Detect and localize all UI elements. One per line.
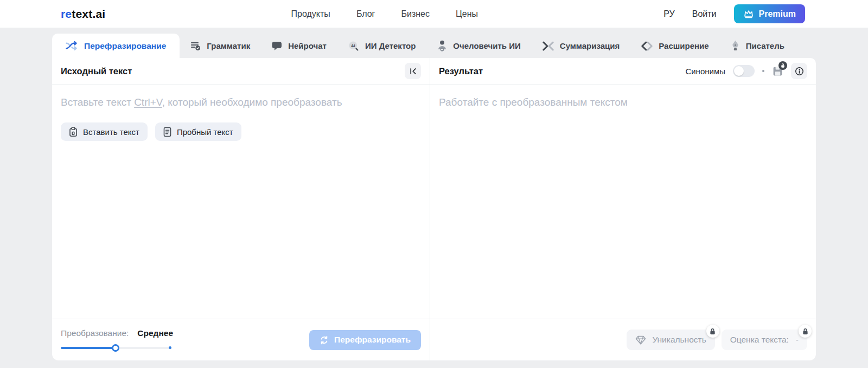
transform-value: Среднее	[137, 328, 173, 338]
score-label: Оценка текста:	[730, 335, 789, 345]
source-panel-footer: Преобразование: Среднее	[52, 319, 430, 360]
tab-label: Расширение	[659, 41, 709, 50]
result-placeholder: Работайте с преобразованным текстом	[439, 96, 807, 108]
summarize-arrows-icon	[542, 41, 554, 51]
text-score-chip[interactable]: Оценка текста: -	[722, 330, 807, 350]
tab-label: Очеловечить ИИ	[453, 41, 520, 50]
collapse-left-icon	[409, 67, 417, 75]
tool-tabs: Перефразирование Грамматик Нейрочат AI	[52, 34, 816, 58]
diamond-icon	[635, 335, 646, 345]
nav-links: Продукты Блог Бизнес Цены	[105, 9, 663, 19]
svg-text:AI: AI	[351, 43, 355, 48]
synonyms-toggle[interactable]	[733, 65, 755, 77]
result-text-area[interactable]: Работайте с преобразованным текстом	[430, 85, 816, 319]
humanize-person-icon	[437, 40, 447, 51]
tab-label: Нейрочат	[288, 41, 327, 50]
lock-badge-icon	[799, 325, 812, 338]
transform-label: Преобразование:	[61, 328, 129, 338]
nav-link-business[interactable]: Бизнес	[401, 9, 430, 19]
result-panel-header: Результат Синонимы	[430, 58, 816, 85]
source-placeholder: Вставьте текст Ctrl+V, который необходим…	[61, 96, 421, 108]
nav-link-pricing[interactable]: Цены	[456, 9, 478, 19]
paste-text-label: Вставить текст	[83, 127, 139, 137]
paraphrase-label: Перефразировать	[334, 335, 411, 345]
grammar-check-icon	[190, 41, 201, 51]
nav-link-products[interactable]: Продукты	[291, 9, 330, 19]
result-header-controls: Синонимы	[685, 63, 807, 79]
tab-summarize[interactable]: Суммаризация	[532, 34, 631, 58]
source-actions: Вставить текст Пробный текст	[61, 122, 421, 141]
tab-expand[interactable]: Расширение	[630, 34, 719, 58]
tab-neurochat[interactable]: Нейрочат	[261, 34, 337, 58]
source-panel: Исходный текст Вставьте текст Ctrl+V, ко…	[52, 58, 430, 360]
placeholder-text: Вставьте текст	[61, 96, 134, 108]
lock-badge-icon	[706, 325, 719, 338]
refresh-icon	[320, 335, 329, 345]
expand-arrows-icon	[641, 41, 653, 51]
premium-button[interactable]: Premium	[734, 4, 805, 23]
login-link[interactable]: Войти	[692, 9, 717, 19]
transform-slider[interactable]	[61, 344, 170, 352]
transform-control: Преобразование: Среднее	[61, 328, 173, 352]
info-icon	[795, 67, 804, 76]
transform-slider-fill	[61, 347, 116, 349]
premium-label: Premium	[759, 9, 796, 19]
sample-text-label: Пробный текст	[177, 127, 233, 137]
sample-text-button[interactable]: Пробный текст	[155, 122, 241, 141]
result-panel-footer: Уникальность Оценка текста: -	[430, 319, 816, 360]
synonyms-label: Синонимы	[685, 67, 725, 76]
paste-text-button[interactable]: Вставить текст	[61, 122, 148, 141]
collapse-panel-button[interactable]	[405, 63, 421, 79]
tab-label: Писатель	[746, 41, 784, 50]
nav-right: РУ Войти Premium	[663, 4, 805, 23]
separator-dot	[762, 70, 764, 72]
paraphrase-button[interactable]: Перефразировать	[309, 330, 421, 350]
logo-re: re	[61, 8, 72, 20]
source-panel-title: Исходный текст	[61, 66, 132, 76]
slider-end-dot	[169, 346, 171, 349]
ctrl-v-hint: Ctrl+V	[134, 96, 162, 108]
result-panel-title: Результат	[439, 66, 483, 76]
logo[interactable]: retext.ai	[61, 8, 105, 21]
tab-label: ИИ Детектор	[365, 41, 416, 50]
shuffle-icon	[66, 41, 78, 50]
transform-slider-knob[interactable]	[112, 344, 119, 352]
crown-icon	[743, 9, 754, 18]
chat-bubble-icon	[272, 41, 282, 51]
ai-detector-icon: AI	[348, 41, 359, 51]
language-selector[interactable]: РУ	[663, 9, 674, 19]
tab-humanize[interactable]: Очеловечить ИИ	[426, 34, 531, 58]
score-value: -	[796, 335, 799, 345]
clipboard-icon	[69, 127, 78, 137]
tab-grammar[interactable]: Грамматик	[180, 34, 261, 58]
pen-nib-icon	[731, 40, 740, 51]
nav-link-blog[interactable]: Блог	[356, 9, 375, 19]
workspace: Исходный текст Вставьте текст Ctrl+V, ко…	[52, 58, 816, 360]
document-icon	[163, 127, 171, 137]
info-button[interactable]	[791, 63, 807, 79]
result-panel: Результат Синонимы	[430, 58, 816, 360]
tab-label: Перефразирование	[84, 41, 166, 51]
tab-writer[interactable]: Писатель	[720, 34, 795, 58]
source-text-editor[interactable]: Вставьте текст Ctrl+V, который необходим…	[52, 85, 430, 319]
source-panel-header: Исходный текст	[52, 58, 430, 85]
tab-paraphrase[interactable]: Перефразирование	[52, 34, 180, 58]
toggle-knob	[734, 66, 744, 76]
tab-label: Суммаризация	[560, 41, 620, 50]
lock-badge-icon	[778, 61, 787, 70]
tab-label: Грамматик	[207, 41, 250, 50]
uniqueness-label: Уникальность	[652, 335, 706, 345]
save-result-button[interactable]	[772, 66, 783, 77]
tab-ai-detector[interactable]: AI ИИ Детектор	[337, 34, 426, 58]
top-navbar: retext.ai Продукты Блог Бизнес Цены РУ В…	[0, 0, 868, 28]
uniqueness-button[interactable]: Уникальность	[627, 330, 714, 350]
logo-rest: text.ai	[72, 8, 105, 20]
placeholder-text: , который необходимо преобразовать	[162, 96, 342, 108]
